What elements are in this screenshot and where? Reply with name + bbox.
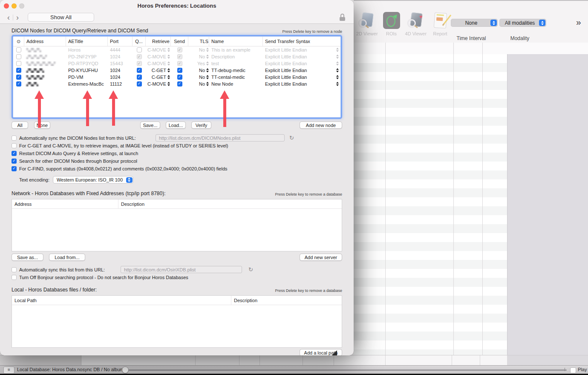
stepper-icon[interactable]: [206, 55, 209, 59]
node-transfer-syntax[interactable]: Explicit Little Endian: [265, 75, 307, 80]
node-tls[interactable]: Yes: [197, 61, 205, 66]
node-transfer-syntax[interactable]: Explicit Little Endian: [265, 47, 307, 52]
col-tls[interactable]: TLS: [188, 37, 209, 46]
stepper-icon[interactable]: [167, 48, 170, 52]
node-send-checkbox[interactable]: [177, 68, 182, 73]
col-retrieve[interactable]: Retrieve: [146, 37, 171, 46]
stepper-icon[interactable]: [167, 61, 170, 66]
option-checkbox[interactable]: [12, 151, 17, 156]
option-checkbox[interactable]: [12, 136, 17, 141]
thumbnail-size-slider[interactable]: [128, 369, 567, 371]
option-checkbox[interactable]: [12, 275, 17, 280]
network-table[interactable]: Address Description: [12, 199, 342, 251]
dicom-nodes-table[interactable]: ⊙ Address AETitle Port Q... Retrieve Sen…: [13, 36, 341, 118]
col-port[interactable]: Port: [108, 37, 133, 46]
tool-2d-viewer[interactable]: 2D Viewer: [356, 12, 378, 36]
nodes-sync-url-field[interactable]: http://list.dicom.dcm/DICOMNodes.plist: [156, 134, 285, 141]
col-local-path[interactable]: Local Path: [12, 296, 231, 305]
option-checkbox[interactable]: [12, 267, 17, 272]
stepper-icon[interactable]: [167, 68, 170, 72]
show-all-button[interactable]: Show All: [28, 13, 94, 22]
time-interval-popup[interactable]: None: [451, 19, 498, 27]
table-row[interactable]: ▞▚▞▚ Extremes-MacBc 11112 C-MOVE No New …: [13, 81, 340, 87]
stepper-icon[interactable]: [336, 61, 339, 66]
add-new-server-button[interactable]: Add new server: [300, 254, 342, 261]
stepper-icon[interactable]: [206, 82, 209, 86]
node-enabled-checkbox[interactable]: [16, 54, 21, 59]
node-query-checkbox[interactable]: [137, 81, 142, 87]
stepper-icon[interactable]: [167, 75, 170, 79]
title-bar[interactable]: Horos Preferences: Locations: [0, 0, 354, 12]
node-retrieve-mode[interactable]: C-MOVE: [147, 47, 166, 52]
node-send-checkbox[interactable]: [177, 54, 182, 59]
stepper-icon[interactable]: [336, 75, 339, 79]
node-send-checkbox[interactable]: [177, 75, 182, 80]
node-transfer-syntax[interactable]: Explicit Little Endian: [265, 81, 307, 87]
table-row[interactable]: ▚▞▚▞▚▞▚▞▚▞ PD-RTP3YQD 15443 C-MOVE Yes t…: [13, 60, 340, 67]
option-checkbox[interactable]: [12, 166, 17, 171]
col-name[interactable]: Name: [209, 37, 263, 46]
stepper-icon[interactable]: [206, 61, 209, 66]
all-button[interactable]: All: [12, 121, 28, 129]
verify-button[interactable]: Verify: [191, 121, 211, 129]
node-enabled-checkbox[interactable]: [16, 61, 21, 66]
col-address[interactable]: Address: [12, 199, 118, 208]
node-tls[interactable]: No: [199, 54, 205, 59]
table-row[interactable]: ▚▞▚▞▚ Horos 4444 C-MOVE No This is an ex…: [13, 46, 340, 53]
text-encoding-popup[interactable]: Western European: ISO_IR 100: [53, 176, 133, 184]
minimize-icon[interactable]: [12, 3, 17, 9]
database-menu-icon[interactable]: ≡: [3, 366, 14, 374]
col-description[interactable]: Description: [118, 199, 342, 208]
col-address[interactable]: Address: [24, 37, 66, 46]
tool-report[interactable]: Report: [432, 12, 449, 36]
col-status[interactable]: ⊙: [13, 37, 24, 46]
node-enabled-checkbox[interactable]: [16, 68, 21, 73]
lock-icon[interactable]: [340, 14, 345, 21]
node-query-checkbox[interactable]: [137, 75, 142, 80]
option-checkbox[interactable]: [12, 159, 17, 164]
node-retrieve-mode[interactable]: C-MOVE: [147, 81, 166, 87]
option-checkbox[interactable]: [12, 143, 17, 148]
table-row[interactable]: ▞▚▞▚▞▚▞ PD-2NF2Y9P 1024 C-MOVE No Descri…: [13, 53, 340, 60]
col-description[interactable]: Description: [231, 296, 342, 305]
play-checkbox[interactable]: [570, 367, 576, 373]
node-send-checkbox[interactable]: [177, 47, 182, 52]
node-transfer-syntax[interactable]: Explicit Little Endian: [265, 54, 307, 59]
save-button[interactable]: Save...: [140, 121, 160, 129]
refresh-icon[interactable]: ↻: [248, 266, 253, 273]
load-button[interactable]: Load...: [166, 121, 186, 129]
node-tls[interactable]: No: [199, 81, 205, 87]
stepper-icon[interactable]: [336, 55, 339, 59]
col-query[interactable]: Q...: [133, 37, 146, 46]
tool-4d-viewer[interactable]: ♥ 4D Viewer: [405, 12, 427, 36]
node-retrieve-mode[interactable]: C-GET: [152, 75, 166, 80]
node-tls[interactable]: No: [199, 68, 205, 73]
table-row[interactable]: ▞▚▞▚▞▚ PD-KYUJFHU 1024 C-GET No TT-debug…: [13, 67, 340, 74]
local-table[interactable]: Local Path Description: [12, 295, 342, 348]
stepper-icon[interactable]: [167, 55, 170, 59]
node-enabled-checkbox[interactable]: [16, 75, 21, 80]
node-transfer-syntax[interactable]: Explicit Little Endian: [265, 68, 307, 73]
refresh-icon[interactable]: ↻: [289, 134, 294, 141]
stepper-icon[interactable]: [167, 82, 170, 86]
col-aetitle[interactable]: AETitle: [66, 37, 108, 46]
node-enabled-checkbox[interactable]: [16, 47, 21, 52]
stepper-icon[interactable]: [336, 82, 339, 86]
col-send[interactable]: Send: [171, 37, 188, 46]
node-tls[interactable]: No: [199, 47, 205, 52]
table-row[interactable]: ▚▞▚▞▚▞ PD-VM 1024 C-GET No TT-cental-med…: [13, 74, 340, 81]
load-from-button[interactable]: Load from...: [49, 254, 85, 261]
node-retrieve-mode[interactable]: C-MOVE: [147, 61, 166, 66]
col-syntax[interactable]: Send Transfer Syntax: [263, 37, 340, 46]
node-enabled-checkbox[interactable]: [16, 81, 21, 87]
close-icon[interactable]: [4, 3, 9, 9]
stepper-icon[interactable]: [206, 48, 209, 52]
save-as-button[interactable]: Save as...: [12, 254, 43, 261]
node-query-checkbox[interactable]: [137, 68, 142, 73]
node-send-checkbox[interactable]: [177, 61, 182, 66]
node-query-checkbox[interactable]: [137, 47, 142, 52]
stepper-icon[interactable]: [336, 48, 339, 52]
add-new-node-button[interactable]: Add new node: [300, 121, 342, 129]
modality-popup[interactable]: All modalities: [499, 19, 546, 27]
node-send-checkbox[interactable]: [177, 81, 182, 87]
